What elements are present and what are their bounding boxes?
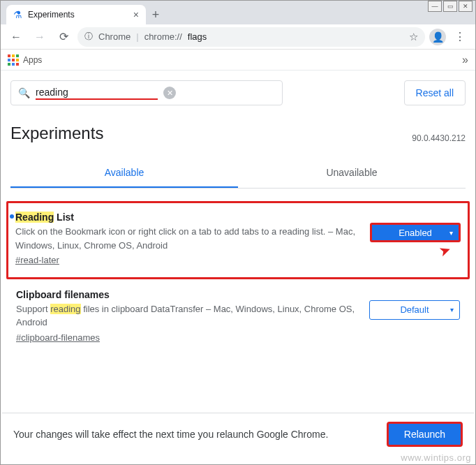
flag-dropdown-default[interactable]: Default ▾	[369, 300, 460, 320]
flask-icon: ⚗	[13, 9, 22, 20]
address-bar[interactable]: ⓘ Chrome | chrome://flags ☆	[77, 27, 425, 47]
reload-icon[interactable]: ⟳	[54, 27, 73, 47]
flag-title: Reading List	[15, 210, 356, 225]
cursor-icon: ➤	[436, 241, 453, 260]
chevron-down-icon: ▾	[449, 229, 453, 237]
chevron-down-icon: ▾	[450, 306, 454, 313]
apps-grid-icon[interactable]	[8, 54, 19, 66]
flag-anchor-link[interactable]: #read-later	[15, 253, 59, 267]
profile-avatar[interactable]: 👤	[429, 29, 446, 45]
flag-reading-list: Reading List Click on the Bookmark icon …	[6, 201, 470, 279]
tab-title: Experiments	[28, 10, 75, 20]
reset-all-button[interactable]: Reset all	[404, 80, 466, 105]
bookmarks-bar: Apps »	[1, 50, 475, 71]
forward-icon: →	[30, 27, 50, 47]
version-label: 90.0.4430.212	[412, 133, 466, 143]
minimize-icon[interactable]: —	[428, 1, 442, 12]
search-icon: 🔍	[18, 87, 30, 98]
maximize-icon[interactable]: ▭	[443, 1, 457, 12]
bookmark-star-icon[interactable]: ☆	[409, 31, 418, 43]
tab-close-icon[interactable]: ×	[133, 9, 139, 20]
relaunch-bar: Your changes will take effect the next t…	[2, 413, 474, 455]
watermark: www.wintips.org	[401, 452, 471, 463]
clear-search-icon[interactable]: ✕	[163, 87, 176, 99]
flag-clipboard-filenames: Clipboard filenames Support reading file…	[10, 279, 466, 355]
window-controls: — ▭ ✕	[428, 1, 473, 12]
flag-description: Support reading files in clipboard DataT…	[16, 302, 355, 330]
browser-tab-bar: ⚗ Experiments × +	[1, 1, 475, 24]
modified-dot-icon	[10, 214, 14, 219]
flag-anchor-link[interactable]: #clipboard-filenames	[16, 331, 100, 345]
site-info-icon[interactable]: ⓘ	[84, 31, 93, 43]
url-path: flags	[188, 31, 207, 42]
tab-unavailable[interactable]: Unavailable	[238, 158, 466, 188]
tab-strip: Available Unavailable	[10, 158, 466, 189]
close-icon[interactable]: ✕	[459, 1, 473, 12]
url-scheme: chrome://	[144, 31, 182, 42]
apps-label[interactable]: Apps	[23, 55, 42, 65]
browser-toolbar: ← → ⟳ ⓘ Chrome | chrome://flags ☆ 👤 ⋮	[1, 24, 475, 50]
search-input[interactable]	[36, 87, 158, 98]
new-tab-button[interactable]: +	[146, 5, 165, 24]
flags-search-box[interactable]: 🔍 ✕	[10, 80, 283, 105]
flag-title: Clipboard filenames	[16, 288, 355, 302]
flag-dropdown-enabled[interactable]: Enabled ▾	[370, 223, 461, 242]
tab-available[interactable]: Available	[10, 158, 238, 188]
omnibox-prefix: Chrome	[98, 31, 131, 42]
page-title: Experiments	[10, 124, 103, 143]
overflow-icon[interactable]: »	[462, 54, 468, 66]
menu-icon[interactable]: ⋮	[450, 27, 470, 47]
relaunch-button[interactable]: Relaunch	[387, 422, 463, 447]
relaunch-message: Your changes will take effect the next t…	[13, 429, 328, 440]
flag-description: Click on the Bookmark icon or right clic…	[15, 225, 356, 252]
back-icon[interactable]: ←	[6, 27, 26, 47]
browser-tab[interactable]: ⚗ Experiments ×	[6, 5, 146, 24]
